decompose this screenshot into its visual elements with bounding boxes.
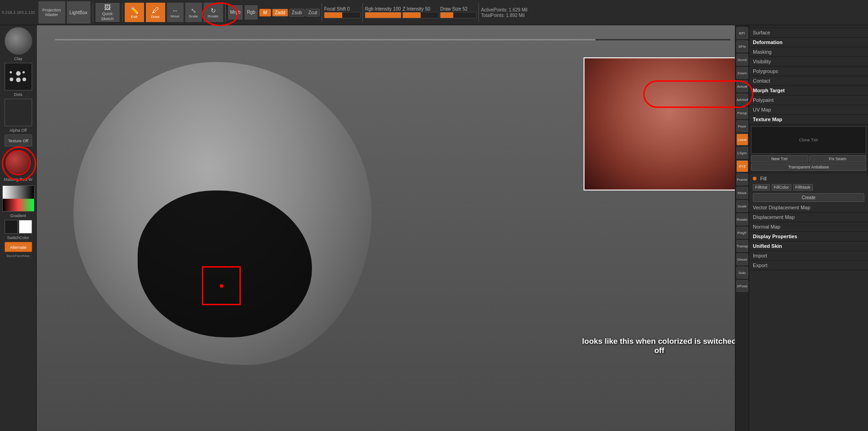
- fillmat-button[interactable]: FillMat: [753, 184, 770, 190]
- fix-seam-button[interactable]: Fix Seam: [809, 155, 867, 162]
- side-btn-actual[interactable]: Actual: [736, 80, 748, 92]
- move-button[interactable]: ↔ Move: [167, 2, 184, 22]
- stats-group: ActivePoints: 1.629 Mil TotalPoints: 1.8…: [481, 7, 527, 18]
- edit-label: Edit: [131, 15, 138, 19]
- panel-item-deformation[interactable]: Deformation: [749, 38, 868, 47]
- texture-preview-label: Clone Txtr: [799, 138, 818, 142]
- edit-icon: ✏️: [130, 6, 139, 15]
- panel-item-normal-map[interactable]: Normal Map: [749, 222, 868, 232]
- m-slider[interactable]: M: [259, 9, 271, 17]
- progress-bar-container: [55, 39, 730, 40]
- side-btn-spix[interactable]: SPix: [736, 40, 748, 52]
- side-btn-local[interactable]: Local: [736, 134, 748, 146]
- side-btn-rotate[interactable]: Rotate: [736, 213, 748, 225]
- side-btn-solo[interactable]: Solo: [736, 267, 748, 279]
- lightbox-label: LightBox: [70, 10, 88, 15]
- panel-item-contact[interactable]: Contact: [749, 76, 868, 86]
- alpha-preview[interactable]: [5, 99, 32, 126]
- side-btn-polyf[interactable]: PolyF: [736, 227, 748, 239]
- main-canvas[interactable]: looks like this when colorized is switch…: [37, 25, 749, 431]
- panel-item-masking[interactable]: Masking: [749, 47, 868, 57]
- side-btn-ghost[interactable]: Ghost: [736, 253, 748, 265]
- z-intensity-slider[interactable]: [402, 12, 439, 18]
- side-btn-move[interactable]: Move: [736, 187, 748, 199]
- side-btn-xpose[interactable]: XPose: [736, 280, 748, 292]
- panel-item-displacement-map[interactable]: Displacement Map: [749, 213, 868, 222]
- rgb-intensity-label: Rgb Intensity: [365, 6, 391, 11]
- rgb-button[interactable]: Rgb: [244, 5, 258, 20]
- rotate-button[interactable]: ↻ Rotate: [203, 2, 223, 22]
- rgb-intensity-slider[interactable]: [365, 12, 401, 18]
- side-btn-transp[interactable]: Transp: [736, 240, 748, 252]
- panel-item-import[interactable]: Import: [749, 251, 868, 261]
- fillcolor-button[interactable]: FillColor: [772, 184, 791, 190]
- panel-item-visibility[interactable]: Visibility: [749, 57, 868, 67]
- panel-item-vector-displacement-map[interactable]: Vector Displacement Map: [749, 203, 868, 213]
- panel-item-surface[interactable]: Surface: [749, 28, 868, 38]
- head-main: [73, 62, 372, 365]
- create-button[interactable]: Create: [753, 193, 864, 202]
- panel-item-texture-map[interactable]: Texture Map: [749, 115, 868, 124]
- coords-display: 0.216,1.183,1.131: [2, 10, 35, 15]
- side-btn-persp[interactable]: Persp: [736, 107, 748, 119]
- side-btn-zoom[interactable]: Zoom: [736, 67, 748, 79]
- fillmask-button[interactable]: FillMask: [793, 184, 813, 190]
- panel-item-polygroups[interactable]: Polygroups: [749, 67, 868, 76]
- projection-master-button[interactable]: Projection Master: [38, 1, 66, 24]
- draw-label: Draw: [151, 15, 160, 19]
- transparent-antialiase-button[interactable]: Transparent Antialiase: [751, 163, 866, 171]
- brush-label: Clay: [14, 56, 22, 61]
- fill-label: Fill: [760, 176, 767, 181]
- draw-size-slider[interactable]: [440, 12, 477, 18]
- panel-item-unified-skin[interactable]: Unified Skin: [749, 241, 868, 251]
- side-btn-scroll[interactable]: Scroll: [736, 54, 748, 66]
- side-btn-frame[interactable]: Frame: [736, 174, 748, 185]
- side-btn-bpr[interactable]: BPr: [736, 27, 748, 39]
- zadd-button[interactable]: Zadd: [272, 9, 288, 17]
- side-btn-scale[interactable]: Scale: [736, 200, 748, 212]
- material-sphere[interactable]: [6, 150, 31, 175]
- panel-item-display-properties[interactable]: Display Properties: [749, 232, 868, 241]
- backface-label: BackFaceMas: [6, 254, 30, 258]
- zsub-button[interactable]: Zsub: [289, 9, 305, 17]
- mrgb-button[interactable]: Mrgb: [228, 5, 244, 20]
- panel-item-uv-map[interactable]: UV Map: [749, 105, 868, 115]
- dot-3: [22, 71, 25, 73]
- fill-indicator: [753, 177, 757, 180]
- side-btn-aahalf[interactable]: AAHalf: [736, 94, 748, 106]
- panel-item-export[interactable]: Export: [749, 261, 868, 270]
- quick-sketch-button[interactable]: 🖼 Quick Sketch: [95, 2, 120, 22]
- panel-item-polypaint[interactable]: Polypaint: [749, 95, 868, 105]
- color-swatch-dark: [5, 220, 18, 234]
- edit-button[interactable]: ✏️ Edit: [124, 2, 145, 22]
- texture-preview[interactable]: Clone Txtr: [751, 126, 866, 154]
- side-btn-lsym[interactable]: LSym: [736, 147, 748, 159]
- alternate-button[interactable]: Alternate: [5, 242, 32, 252]
- texture-off-button[interactable]: Texture Off: [5, 134, 32, 146]
- side-btn-xyz[interactable]: XYZ: [736, 160, 748, 172]
- switch-color-button[interactable]: [5, 220, 32, 234]
- total-points-label: TotalPoints:: [481, 13, 505, 18]
- zadd-label: Zadd: [275, 10, 285, 15]
- separator-4: [322, 3, 322, 22]
- focal-shift-group: Focal Shift 0: [324, 6, 361, 18]
- separator-2: [122, 3, 122, 22]
- projection-master-label: Projection Master: [43, 8, 61, 17]
- brush-preview[interactable]: [5, 27, 32, 55]
- dot-1: [10, 71, 12, 73]
- dark-mask-area: [138, 190, 312, 337]
- focal-shift-slider[interactable]: [324, 12, 361, 18]
- texture-map-section: Clone Txtr New Txtr Fix Seam Transparent…: [749, 124, 868, 174]
- dot-5: [16, 78, 21, 82]
- new-txtr-button[interactable]: New Txtr: [751, 155, 808, 162]
- color-picker-canvas[interactable]: [2, 185, 34, 212]
- dots-alpha-preview[interactable]: [5, 63, 32, 90]
- draw-size-group: Draw Size 52: [440, 6, 477, 18]
- rotate-icon: ↻: [211, 7, 216, 14]
- side-btn-floor[interactable]: Floor: [736, 120, 748, 132]
- draw-button[interactable]: 🖊 Draw: [145, 2, 166, 22]
- scale-button[interactable]: ⤡ Scale: [185, 2, 202, 22]
- panel-item-morph-target[interactable]: Morph Target: [749, 86, 868, 95]
- zcut-button[interactable]: Zcut: [306, 9, 320, 17]
- lightbox-button[interactable]: LightBox: [67, 1, 91, 24]
